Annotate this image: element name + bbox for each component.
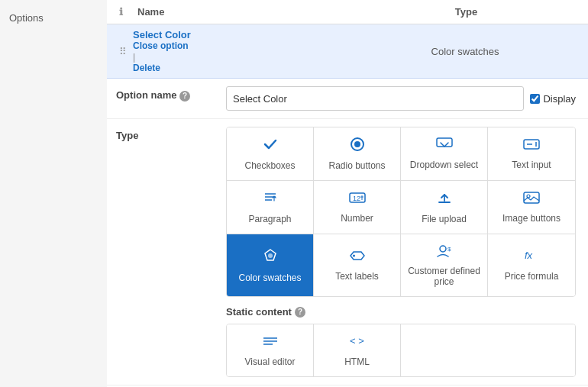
color-swatches-label: Color swatches	[238, 273, 301, 283]
image-buttons-icon	[523, 191, 540, 208]
paragraph-label: Paragraph	[248, 214, 291, 224]
svg-point-17	[353, 255, 355, 257]
option-name-input[interactable]	[226, 86, 524, 111]
type-cell-price-formula[interactable]: fx Price formula	[488, 234, 575, 296]
radio-label: Radio buttons	[328, 160, 385, 171]
svg-text:< >: < >	[350, 335, 364, 347]
static-cell-empty-1	[401, 324, 488, 376]
info-col-icon: ℹ	[119, 6, 137, 18]
svg-point-18	[440, 246, 446, 252]
display-checkbox-label: Display	[530, 93, 576, 105]
svg-text:fx: fx	[525, 250, 533, 261]
options-table-header: ℹ Name Type	[107, 0, 588, 24]
type-cell-paragraph[interactable]: Paragraph	[227, 181, 314, 234]
option-type-cell: Color swatches	[354, 46, 576, 57]
checkboxes-label: Checkboxes	[244, 160, 295, 171]
main-content: ℹ Name Type ⠿ Select Color Close option …	[107, 0, 588, 387]
type-cell-radio[interactable]: Radio buttons	[314, 127, 401, 181]
type-section: Type Checkboxes	[107, 119, 588, 385]
image-buttons-label: Image buttons	[502, 213, 561, 224]
delete-option-link[interactable]: Delete	[133, 63, 354, 73]
type-cell-color-swatches[interactable]: Color swatches	[227, 234, 314, 296]
color-swatches-icon	[262, 247, 279, 268]
checkboxes-icon	[263, 137, 278, 156]
option-name-content: Display	[214, 79, 588, 118]
type-cell-checkboxes[interactable]: Checkboxes	[227, 127, 314, 181]
type-cell-number[interactable]: 12 Number	[314, 181, 401, 234]
type-section-content: Checkboxes Radio buttons	[214, 119, 588, 385]
html-label: HTML	[344, 356, 370, 367]
html-icon: < >	[348, 334, 367, 352]
text-input-label: Text input	[512, 160, 551, 170]
option-name-info-icon: ?	[179, 91, 190, 102]
svg-point-15	[527, 195, 530, 198]
svg-text:$: $	[447, 246, 451, 253]
customer-price-icon: $	[436, 243, 453, 261]
type-cell-text-input[interactable]: Text input	[488, 127, 575, 181]
drag-handle-icon[interactable]: ⠿	[119, 46, 127, 57]
col-type-header: Type	[357, 6, 576, 18]
number-label: Number	[341, 213, 373, 224]
file-upload-label: File upload	[422, 214, 467, 224]
price-formula-label: Price formula	[505, 271, 559, 282]
options-row: ⠿ Select Color Close option | Delete Col…	[107, 24, 588, 79]
static-content-label: Static content ?	[226, 306, 576, 318]
close-option-link[interactable]: Close option	[133, 40, 354, 51]
text-labels-icon	[349, 249, 366, 266]
svg-rect-14	[524, 192, 539, 203]
sidebar-options-label: Options	[9, 12, 44, 24]
text-labels-label: Text labels	[335, 271, 379, 282]
sidebar: Options	[0, 0, 107, 387]
static-cell-empty-2	[488, 324, 575, 376]
svg-text:12: 12	[353, 195, 360, 202]
visual-editor-label: Visual editor	[245, 356, 296, 367]
static-content-grid: Visual editor < > HTML	[226, 324, 576, 377]
static-content-info-icon: ?	[295, 307, 305, 318]
paragraph-icon	[263, 190, 278, 209]
price-formula-icon: fx	[523, 249, 540, 266]
option-name-row: Display	[226, 86, 576, 111]
type-cell-file-upload[interactable]: File upload	[401, 181, 488, 234]
visual-editor-icon	[262, 334, 279, 352]
customer-price-label: Customer defined price	[407, 266, 481, 287]
option-name-section-label: Option name ?	[107, 79, 214, 118]
type-cell-customer-price[interactable]: $ Customer defined price	[401, 234, 488, 296]
dropdown-icon	[436, 137, 453, 155]
static-content-wrapper: Static content ? Visual editor	[226, 306, 576, 377]
type-cell-image-buttons[interactable]: Image buttons	[488, 181, 575, 234]
static-cell-visual-editor[interactable]: Visual editor	[227, 324, 314, 376]
svg-point-1	[354, 141, 360, 147]
option-name-section: Option name ? Display	[107, 79, 588, 119]
type-grid: Checkboxes Radio buttons	[226, 127, 576, 297]
type-cell-text-labels[interactable]: Text labels	[314, 234, 401, 296]
static-cell-html[interactable]: < > HTML	[314, 324, 401, 376]
file-upload-icon	[437, 190, 452, 209]
svg-rect-2	[437, 138, 452, 147]
option-name-cell: Select Color Close option | Delete	[133, 29, 354, 73]
col-name-header: Name	[137, 6, 357, 18]
option-name-link[interactable]: Select Color	[133, 29, 354, 40]
dropdown-label: Dropdown select	[410, 160, 478, 170]
text-input-icon	[523, 137, 540, 155]
svg-point-16	[268, 253, 273, 258]
number-icon: 12	[349, 191, 366, 208]
radio-icon	[350, 137, 365, 156]
type-section-label: Type	[107, 119, 214, 385]
display-checkbox[interactable]	[530, 94, 540, 104]
type-cell-dropdown[interactable]: Dropdown select	[401, 127, 488, 181]
